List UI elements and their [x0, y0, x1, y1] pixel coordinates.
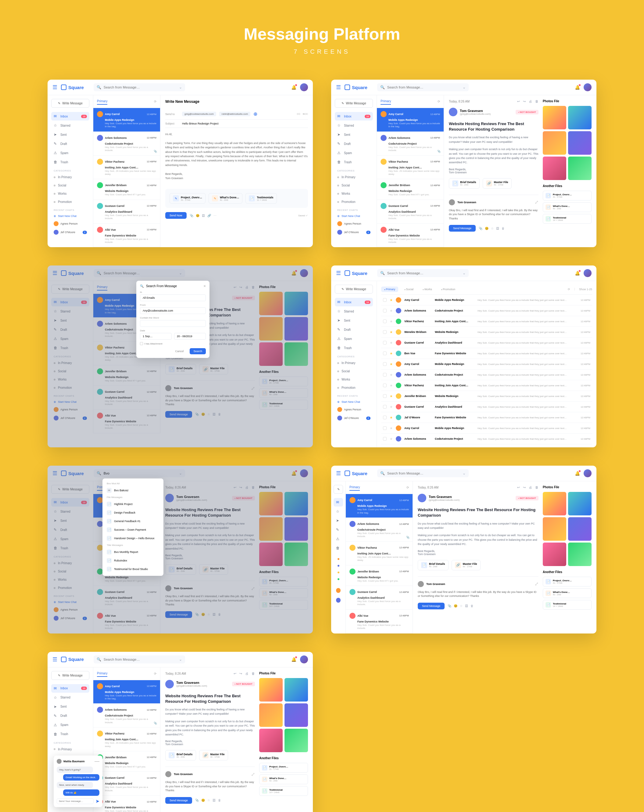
- star-icon[interactable]: ★: [390, 416, 393, 420]
- cat-works[interactable]: Works: [51, 190, 89, 197]
- write-message-button[interactable]: ✎Write Message: [51, 285, 89, 293]
- nav-trash[interactable]: 🗑Trash: [335, 343, 373, 352]
- photo-thumb[interactable]: [259, 729, 283, 752]
- nav-sent[interactable]: ➤Sent: [51, 130, 89, 139]
- refresh-icon[interactable]: ⟳: [438, 100, 440, 103]
- attach-icon[interactable]: 📎: [479, 227, 483, 230]
- attachment[interactable]: 🔗Master File4x - 17mb: [199, 750, 228, 760]
- message-item[interactable]: Gustave Carrel12:48PMAnalytics Dashboard…: [93, 386, 160, 409]
- checkbox[interactable]: [383, 330, 387, 334]
- star-icon[interactable]: ☆: [207, 613, 210, 616]
- forward-icon[interactable]: ↪: [239, 672, 242, 676]
- user-avatar[interactable]: [300, 83, 308, 91]
- emoji-icon[interactable]: 😊: [201, 798, 205, 802]
- trash-icon[interactable]: 🗑: [218, 412, 221, 416]
- star-icon[interactable]: ★: [390, 405, 393, 409]
- expand-icon[interactable]: ⤢: [251, 586, 255, 591]
- message-item[interactable]: Gustave Carrel12:48PMAnalytics Dashboard…: [93, 772, 160, 795]
- image-icon[interactable]: 🖼: [213, 412, 216, 416]
- compose-body[interactable]: Hi All, I hate peeping Toms. For one thi…: [165, 128, 308, 185]
- nav-spam[interactable]: ⚠: [333, 535, 343, 543]
- photo-thumb[interactable]: [259, 678, 283, 702]
- photo-thumb[interactable]: [543, 131, 566, 155]
- message-item[interactable]: Arlem Solomons12:48PMCodeAstroute Projec…: [93, 132, 160, 156]
- message-item[interactable]: Arlem Solomons12:48PMCodeAstroute Projec…: [93, 704, 160, 728]
- photo-thumb[interactable]: [543, 106, 566, 130]
- reply-body[interactable]: Okay Bro, I will read first and if I int…: [418, 590, 539, 598]
- trash-icon[interactable]: 🗑: [535, 99, 539, 104]
- star-icon[interactable]: ★: [390, 437, 393, 441]
- nav-inbox[interactable]: ✉Inbox16: [335, 112, 373, 121]
- star-icon[interactable]: ★: [390, 341, 393, 345]
- cat-in-primary[interactable]: In Primary: [51, 173, 89, 181]
- emoji-icon[interactable]: 😊: [485, 227, 489, 230]
- bell-icon[interactable]: 🔔: [291, 271, 296, 276]
- checkbox[interactable]: [383, 405, 387, 409]
- send-message-button[interactable]: Send Message: [449, 225, 476, 232]
- photo-thumb[interactable]: [259, 292, 283, 315]
- reply-body[interactable]: Okay Bro, I will read first and if I int…: [165, 394, 255, 407]
- bell-icon[interactable]: 🔔: [575, 85, 580, 90]
- cat-in-primary[interactable]: In Primary: [51, 359, 89, 367]
- photo-thumb[interactable]: [259, 704, 283, 727]
- expand-icon[interactable]: ⤢: [251, 771, 255, 777]
- nav-draft[interactable]: ✎Draft: [51, 711, 89, 720]
- photo-thumb[interactable]: [285, 317, 308, 340]
- tab-primary[interactable]: Primary: [381, 98, 391, 105]
- photo-thumb[interactable]: [285, 704, 308, 727]
- nav-trash[interactable]: 🗑Trash: [51, 544, 89, 553]
- attachment[interactable]: 🔗Master File4x - 17mb: [452, 560, 481, 570]
- cat-in-primary[interactable]: In Primary: [51, 559, 89, 567]
- nav-sent[interactable]: ➤Sent: [51, 316, 89, 325]
- chevron-down-icon[interactable]: ⌄: [179, 657, 182, 662]
- nav-spam[interactable]: ⚠Spam: [51, 721, 89, 729]
- suggest-item[interactable]: 📄General Feedback #1: [105, 517, 161, 525]
- message-item[interactable]: Albi Vue12:48PMFane Dynemics WebsiteHey …: [93, 610, 160, 633]
- reply-icon[interactable]: ↩: [234, 285, 236, 289]
- menu-icon[interactable]: ☰: [52, 470, 57, 477]
- emoji-icon[interactable]: 😊: [454, 604, 457, 607]
- nav-inbox[interactable]: ✉Inbox16: [51, 298, 89, 306]
- attach-icon[interactable]: 📎: [195, 613, 199, 616]
- table-row[interactable]: ★Gustave CarrelAnalytics DashboardHey So…: [381, 337, 592, 348]
- trash-icon[interactable]: 🗑: [251, 672, 255, 676]
- write-message-button[interactable]: ✎Write Message: [51, 485, 89, 494]
- photo-thumb[interactable]: [285, 729, 308, 752]
- user-avatar[interactable]: [300, 269, 308, 277]
- message-item[interactable]: Viktor Pachenz12:48PMInviting Join Apps …: [93, 156, 160, 179]
- attachment[interactable]: 🔗Master File4x - 17mb: [199, 564, 228, 575]
- write-message-button[interactable]: ✎: [333, 485, 343, 494]
- print-icon[interactable]: 🖨: [529, 99, 532, 104]
- chevron-down-icon[interactable]: ⌄: [463, 471, 466, 475]
- nav-sent[interactable]: ➤Sent: [335, 130, 373, 139]
- checkbox[interactable]: [383, 341, 387, 345]
- cat-social[interactable]: Social: [335, 368, 373, 375]
- in-select[interactable]: [140, 295, 206, 301]
- message-item[interactable]: Albi Vue12:48PMFane Dynemics WebsiteHey …: [93, 795, 160, 812]
- user-avatar[interactable]: [584, 269, 592, 277]
- suggest-item[interactable]: 📄Design Feedback: [105, 508, 161, 517]
- message-item[interactable]: Gustave Carrel12:48PMAnalytics Dashboard…: [93, 200, 160, 224]
- attachment[interactable]: 📄Brief Details4x - 2mb: [418, 560, 449, 570]
- photo-thumb[interactable]: [568, 492, 592, 515]
- menu-icon[interactable]: ☰: [336, 470, 341, 477]
- emoji-icon[interactable]: 😊: [201, 613, 205, 616]
- checkbox[interactable]: [383, 362, 387, 366]
- file-item[interactable]: 📄Project_Overv…2x - 17mb: [543, 191, 592, 200]
- cat-promotion[interactable]: Promotion: [51, 384, 89, 392]
- trash-icon[interactable]: 🗑: [251, 285, 255, 289]
- chat-avatar[interactable]: [333, 596, 343, 605]
- forward-icon[interactable]: ↪: [523, 99, 526, 104]
- message-item[interactable]: Jennifer Bridsen12:48PMWebsite RedesignH…: [377, 179, 444, 200]
- chevron-down-icon[interactable]: ⌄: [179, 271, 182, 275]
- attachment[interactable]: 🔗Master File4x - 17mb: [483, 178, 512, 189]
- forward-icon[interactable]: ↪: [523, 485, 526, 490]
- photo-thumb[interactable]: [285, 492, 308, 515]
- message-item[interactable]: Gustave Carrel12:48PMAnalytics Dashboard…: [346, 586, 413, 610]
- nav-trash[interactable]: 🗑Trash: [51, 730, 89, 739]
- photo-thumb[interactable]: [543, 157, 566, 180]
- write-message-button[interactable]: ✎Write Message: [51, 671, 89, 680]
- table-row[interactable]: ★Arlem SolomonsCodeAstroute ProjectHey S…: [381, 369, 592, 380]
- star-icon[interactable]: ★: [390, 309, 393, 313]
- search-input[interactable]: 🔍⌄: [94, 469, 185, 477]
